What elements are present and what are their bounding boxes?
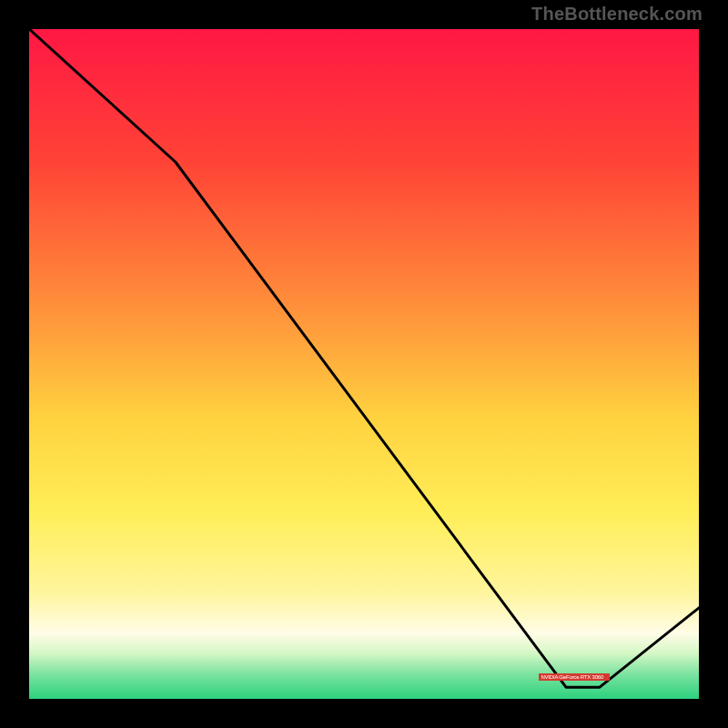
plot-area — [27, 27, 701, 701]
gpu-label-text: NVIDIA GeForce RTX 3060 — [541, 674, 603, 680]
watermark-text: TheBottleneck.com — [531, 4, 703, 25]
chart-container: TheBottleneck.com NVIDIA GeForce RTX 306… — [0, 0, 728, 728]
gpu-label-marker: NVIDIA GeForce RTX 3060 — [539, 673, 610, 681]
